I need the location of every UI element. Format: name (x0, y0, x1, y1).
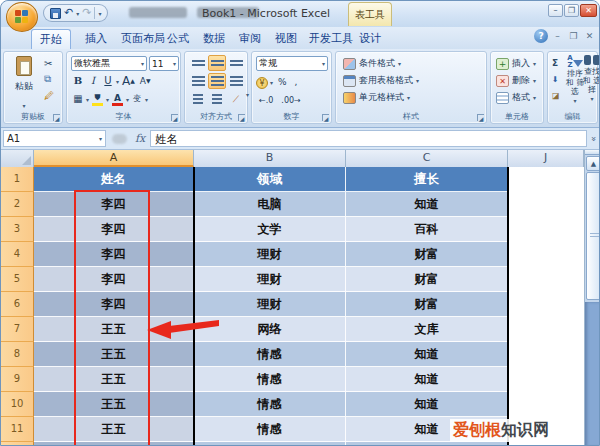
styles-dialog-launcher[interactable]: ◢ (477, 114, 484, 121)
italic-button[interactable]: I (86, 74, 100, 89)
cell-name-header[interactable]: 姓名 (34, 167, 194, 192)
format-as-table-button[interactable]: 套用表格格式▾ (340, 72, 422, 89)
scrollbar-track[interactable] (585, 302, 600, 446)
cell-styles-button[interactable]: 单元格样式▾ (340, 89, 422, 106)
font-color-button[interactable]: A (110, 92, 125, 107)
comma-style-button[interactable]: , (292, 75, 301, 90)
cell-skill[interactable]: 经验 (346, 442, 508, 446)
name-box-dropdown-icon[interactable]: ▾ (99, 135, 102, 142)
cell-field[interactable]: 电脑 (194, 192, 346, 217)
increase-decimal-button[interactable]: ←.0 (256, 93, 276, 108)
borders-dropdown-icon[interactable]: ▾ (86, 96, 89, 103)
percent-style-button[interactable]: % (275, 75, 290, 90)
row-header[interactable]: 6 (1, 292, 34, 317)
fill-color-dropdown-icon[interactable]: ▾ (106, 96, 109, 103)
underline-button[interactable]: U (101, 74, 115, 89)
delete-cells-button[interactable]: ✕ 删除▾ (493, 72, 539, 89)
cell-field[interactable]: 文学 (194, 217, 346, 242)
row-header[interactable]: 3 (1, 217, 34, 242)
cell-field[interactable]: 情感 (194, 392, 346, 417)
align-center-button[interactable] (208, 73, 226, 89)
cell-skill[interactable]: 财富 (346, 242, 508, 267)
underline-dropdown-icon[interactable]: ▾ (116, 78, 119, 85)
cut-icon[interactable]: ✂ (42, 56, 56, 70)
column-header-c[interactable]: C (346, 150, 508, 167)
maximize-button[interactable]: ❐ (564, 4, 579, 17)
tab-formulas[interactable]: 公式 (159, 29, 197, 49)
formula-input[interactable]: 姓名 (150, 130, 587, 147)
scrollbar-split-handle[interactable] (585, 150, 600, 155)
number-format-combo[interactable]: 常规▾ (256, 56, 328, 71)
cell-field[interactable]: 情感 (194, 367, 346, 392)
fill-color-button[interactable]: ⛊ (90, 92, 105, 107)
undo-dropdown-icon[interactable]: ▾ (76, 10, 79, 17)
phonetic-dropdown-icon[interactable]: ▾ (145, 96, 148, 103)
office-button[interactable] (6, 2, 38, 32)
cell-field-header[interactable]: 领域 (194, 167, 346, 192)
autosum-button[interactable]: Σ (550, 56, 562, 70)
row-header[interactable]: 5 (1, 267, 34, 292)
paste-button[interactable]: 粘贴 ▾ (9, 56, 39, 112)
cell-field[interactable]: 理财 (194, 242, 346, 267)
tab-design[interactable]: 设计 (351, 29, 389, 49)
row-header[interactable]: 7 (1, 317, 34, 342)
row-header[interactable]: 9 (1, 367, 34, 392)
cell-empty[interactable] (508, 342, 584, 367)
decrease-indent-button[interactable] (189, 91, 207, 107)
row-header[interactable]: 10 (1, 392, 34, 417)
row-header[interactable]: 1 (1, 167, 34, 192)
row-header[interactable]: 8 (1, 342, 34, 367)
cell-skill[interactable]: 百科 (346, 217, 508, 242)
alignment-dialog-launcher[interactable]: ◢ (238, 114, 245, 121)
close-button[interactable]: ✕ (580, 4, 597, 17)
row-header[interactable]: 11 (1, 417, 34, 442)
align-right-button[interactable] (227, 73, 245, 89)
tab-review[interactable]: 审阅 (231, 29, 269, 49)
tab-view[interactable]: 视图 (267, 29, 305, 49)
cell-skill-header[interactable]: 擅长 (346, 167, 508, 192)
workbook-minimize-icon[interactable]: – (551, 31, 564, 41)
find-select-button[interactable]: 查找和 选择▾ (581, 55, 600, 103)
cell-empty[interactable] (508, 442, 584, 446)
cell-empty[interactable] (508, 267, 584, 292)
align-middle-button[interactable] (208, 55, 226, 71)
cell-empty[interactable] (508, 242, 584, 267)
column-header-j[interactable]: J (508, 150, 584, 167)
row-header[interactable]: 4 (1, 242, 34, 267)
select-all-corner[interactable] (1, 150, 34, 167)
formula-bar-expand-icon[interactable]: » (589, 132, 599, 146)
decrease-decimal-button[interactable]: .00→ (278, 93, 303, 108)
minimize-button[interactable]: – (548, 4, 563, 17)
cell-skill[interactable]: 知道 (346, 392, 508, 417)
orientation-button[interactable]: ⟋ (227, 91, 245, 107)
qat-customize-icon[interactable]: ▾ (98, 10, 101, 17)
number-dialog-launcher[interactable]: ◢ (322, 114, 329, 121)
accounting-dropdown-icon[interactable]: ▾ (270, 79, 273, 86)
save-icon[interactable] (50, 8, 61, 19)
column-header-b[interactable]: B (194, 150, 346, 167)
cell-field[interactable]: 美食 (194, 442, 346, 446)
align-bottom-button[interactable] (227, 55, 245, 71)
clear-button[interactable]: ◪ (550, 88, 562, 102)
cell-empty[interactable] (508, 217, 584, 242)
row-header[interactable]: 2 (1, 192, 34, 217)
conditional-formatting-button[interactable]: 条件格式▾ (340, 55, 422, 72)
increase-indent-button[interactable] (208, 91, 226, 107)
tab-data[interactable]: 数据 (195, 29, 233, 49)
font-size-combo[interactable]: 11▾ (149, 56, 179, 71)
workbook-restore-icon[interactable]: ❐ (567, 31, 580, 41)
cell-empty[interactable] (508, 292, 584, 317)
cell-empty[interactable] (508, 317, 584, 342)
phonetic-guide-button[interactable]: 变 (130, 92, 144, 107)
cell-skill[interactable]: 文库 (346, 317, 508, 342)
scrollbar-thumb[interactable] (586, 172, 600, 300)
font-dialog-launcher[interactable]: ◢ (171, 114, 178, 121)
cell-empty[interactable] (508, 192, 584, 217)
align-top-button[interactable] (189, 55, 207, 71)
help-icon[interactable]: ? (534, 29, 548, 43)
shrink-font-button[interactable]: A▼ (138, 74, 153, 89)
redo-icon[interactable]: ↷ (82, 6, 91, 20)
cell-empty[interactable] (508, 367, 584, 392)
clipboard-dialog-launcher[interactable]: ◢ (53, 114, 60, 121)
grow-font-button[interactable]: A▲ (120, 74, 137, 89)
